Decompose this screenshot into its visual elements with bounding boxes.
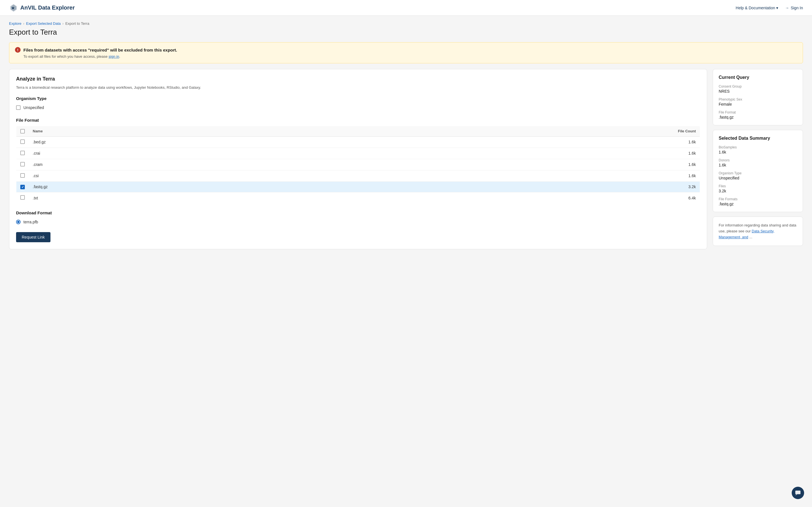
file-format-header: File Format — [16, 118, 700, 122]
main-layout: Analyze in Terra Terra is a biomedical r… — [0, 69, 812, 258]
warning-banner: ! Files from datasets with access "requi… — [9, 42, 803, 63]
cq-label-1: Phenotypic Sex — [719, 98, 797, 101]
breadcrumb: Explore › Export Selected Data › Export … — [9, 21, 803, 25]
ds-label-0: BioSamples — [719, 145, 797, 149]
file-row-checkbox-1[interactable] — [20, 151, 25, 155]
app-header: ★ AnVIL Data Explorer Help & Documentati… — [0, 0, 812, 16]
file-row-checkbox-cell-3 — [16, 170, 29, 181]
data-summary-card: Selected Data Summary BioSamples 1.6k Do… — [713, 130, 803, 212]
count-col-header: File Count — [343, 126, 700, 136]
disclaimer-card: For information regarding data sharing a… — [713, 217, 803, 246]
svg-text:★: ★ — [11, 6, 15, 10]
file-table-body: .bed.gz 1.6k .crai 1.6k .cram 1.6k .csi … — [16, 136, 700, 204]
file-row-checkbox-0[interactable] — [20, 139, 25, 144]
file-row-checkbox-2[interactable] — [20, 162, 25, 166]
panel-description: Terra is a biomedical research platform … — [16, 85, 700, 91]
ds-value-0: 1.6k — [719, 150, 797, 154]
file-row-checkbox-3[interactable] — [20, 173, 25, 178]
download-format-section: Download Format terra.pfb — [16, 210, 700, 225]
file-row-name-cell-2: .cram — [29, 159, 343, 170]
data-summary-field-4: File Formats .fastq.gz — [719, 197, 797, 206]
help-label: Help & Documentation — [735, 6, 775, 10]
download-terra-pfb-radio[interactable] — [16, 220, 20, 224]
file-format-section: File Format Name File Count — [16, 118, 700, 204]
file-row-checkbox-cell-0 — [16, 136, 29, 148]
help-button[interactable]: Help & Documentation ▾ — [735, 6, 778, 10]
file-table-row: .cram 1.6k — [16, 159, 700, 170]
sign-in-link[interactable]: sign in — [109, 54, 119, 59]
file-table-row: .txt 6.4k — [16, 192, 700, 204]
ds-label-1: Donors — [719, 158, 797, 162]
logo-text: AnVIL Data Explorer — [20, 4, 75, 11]
file-row-name-cell-1: .crai — [29, 148, 343, 159]
panel-title: Analyze in Terra — [16, 76, 700, 82]
file-format-table: Name File Count .bed.gz 1.6k .crai 1.6k … — [16, 126, 700, 204]
breadcrumb-current: Export to Terra — [65, 21, 89, 25]
breadcrumb-explore[interactable]: Explore — [9, 21, 21, 25]
sign-in-button[interactable]: → Sign In — [785, 6, 803, 10]
file-row-checkbox-5[interactable] — [20, 195, 25, 200]
data-summary-field-2: Organism Type Unspecified — [719, 171, 797, 180]
data-summary-field-3: Files 3.2k — [719, 184, 797, 193]
file-table-row: .csi 1.6k — [16, 170, 700, 181]
current-query-field-2: File Format .fastq.gz — [719, 110, 797, 119]
file-row-count-cell-5: 6.4k — [343, 192, 700, 204]
warning-icon: ! — [15, 47, 20, 53]
current-query-card: Current Query Consent Group NRES Phenoty… — [713, 69, 803, 125]
logo: ★ AnVIL Data Explorer — [9, 3, 75, 12]
organism-type-section: Organism Type Unspecified — [16, 96, 700, 111]
file-table-row: .crai 1.6k — [16, 148, 700, 159]
select-all-checkbox[interactable] — [20, 129, 25, 133]
ds-label-4: File Formats — [719, 197, 797, 201]
file-row-count-cell-2: 1.6k — [343, 159, 700, 170]
file-row-count-cell-0: 1.6k — [343, 136, 700, 148]
header-actions: Help & Documentation ▾ → Sign In — [735, 6, 803, 10]
current-query-fields: Consent Group NRES Phenotypic Sex Female… — [719, 84, 797, 119]
warning-body: To export all files for which you have a… — [15, 54, 797, 59]
select-all-th — [16, 126, 29, 136]
organism-unspecified-checkbox[interactable] — [16, 105, 20, 110]
current-query-field-1: Phenotypic Sex Female — [719, 98, 797, 107]
page-title: Export to Terra — [9, 28, 803, 37]
breadcrumb-export-selected[interactable]: Export Selected Data — [26, 21, 61, 25]
anvil-logo-icon: ★ — [9, 3, 18, 12]
breadcrumb-sep-1: › — [23, 21, 24, 25]
current-query-title: Current Query — [719, 75, 797, 80]
download-terra-pfb-row: terra.pfb — [16, 219, 700, 225]
file-table-row: .fastq.gz 3.2k — [16, 181, 700, 192]
file-row-name-cell-4: .fastq.gz — [29, 181, 343, 192]
file-row-checkbox-4[interactable] — [20, 185, 25, 189]
cq-value-1: Female — [719, 102, 797, 107]
file-row-name-cell-5: .txt — [29, 192, 343, 204]
download-terra-pfb-label: terra.pfb — [23, 220, 38, 224]
file-row-checkbox-cell-4 — [16, 181, 29, 192]
request-link-button[interactable]: Request Link — [16, 232, 50, 242]
ds-value-1: 1.6k — [719, 163, 797, 167]
cq-value-0: NRES — [719, 89, 797, 94]
cq-label-0: Consent Group — [719, 84, 797, 89]
file-row-checkbox-cell-5 — [16, 192, 29, 204]
right-panel: Current Query Consent Group NRES Phenoty… — [713, 69, 803, 249]
ds-label-2: Organism Type — [719, 171, 797, 175]
organism-type-header: Organism Type — [16, 96, 700, 101]
cq-label-2: File Format — [719, 110, 797, 114]
file-row-count-cell-3: 1.6k — [343, 170, 700, 181]
file-row-checkbox-cell-2 — [16, 159, 29, 170]
current-query-field-0: Consent Group NRES — [719, 84, 797, 94]
file-row-count-cell-1: 1.6k — [343, 148, 700, 159]
chevron-down-icon: ▾ — [776, 6, 778, 10]
ds-value-3: 3.2k — [719, 189, 797, 193]
sign-in-label: Sign In — [791, 6, 803, 10]
organism-unspecified-label: Unspecified — [23, 105, 44, 110]
file-row-checkbox-cell-1 — [16, 148, 29, 159]
data-summary-field-1: Donors 1.6k — [719, 158, 797, 167]
ds-value-4: .fastq.gz — [719, 202, 797, 206]
warning-body-prefix: To export all files for which you have a… — [23, 54, 109, 59]
warning-title: ! Files from datasets with access "requi… — [15, 47, 797, 53]
ds-value-2: Unspecified — [719, 176, 797, 180]
file-row-count-cell-4: 3.2k — [343, 181, 700, 192]
file-table-row: .bed.gz 1.6k — [16, 136, 700, 148]
download-format-header: Download Format — [16, 210, 700, 215]
disclaimer-suffix: ... — [748, 235, 752, 239]
left-panel: Analyze in Terra Terra is a biomedical r… — [9, 69, 707, 249]
